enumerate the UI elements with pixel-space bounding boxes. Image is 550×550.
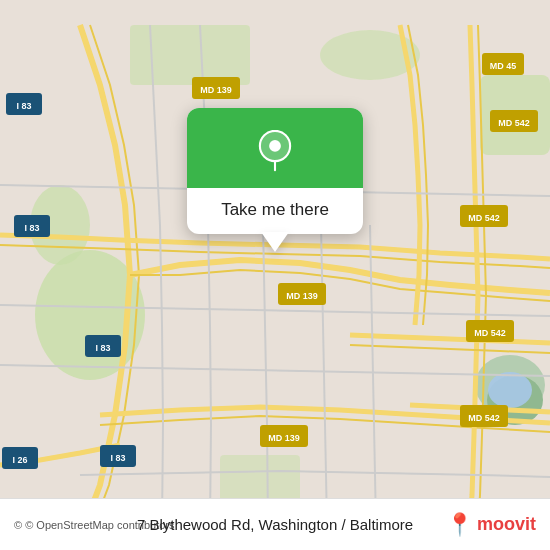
address-label: 7 Blythewood Rd, Washington / Baltimore [137,516,413,533]
moovit-pin-icon: 📍 [446,512,473,538]
svg-text:MD 542: MD 542 [468,413,500,423]
svg-text:I 83: I 83 [24,223,39,233]
svg-text:MD 542: MD 542 [474,328,506,338]
moovit-text: moovit [477,514,536,535]
svg-point-9 [488,372,532,408]
svg-text:I 83: I 83 [16,101,31,111]
map-background: I 83 I 83 I 83 I 83 MD 45 MD 139 MD 139 … [0,0,550,550]
svg-text:MD 139: MD 139 [200,85,232,95]
svg-rect-6 [130,25,250,85]
bottom-bar: © © OpenStreetMap contributors 7 Blythew… [0,498,550,550]
svg-text:I 83: I 83 [110,453,125,463]
svg-text:MD 139: MD 139 [268,433,300,443]
copyright-symbol: © [14,519,22,531]
map-container: I 83 I 83 I 83 I 83 MD 45 MD 139 MD 139 … [0,0,550,550]
svg-text:MD 542: MD 542 [498,118,530,128]
moovit-logo: 📍 moovit [446,512,536,538]
svg-text:MD 45: MD 45 [490,61,517,71]
svg-text:I 26: I 26 [12,455,27,465]
svg-text:MD 139: MD 139 [286,291,318,301]
popup-tail [261,232,289,252]
svg-text:MD 542: MD 542 [468,213,500,223]
popup-footer: Take me there [187,188,363,234]
popup-card: Take me there [187,108,363,234]
take-me-there-button[interactable]: Take me there [221,200,329,220]
location-pin-icon [254,130,296,172]
popup-header [187,108,363,188]
svg-text:I 83: I 83 [95,343,110,353]
svg-point-38 [269,140,281,152]
